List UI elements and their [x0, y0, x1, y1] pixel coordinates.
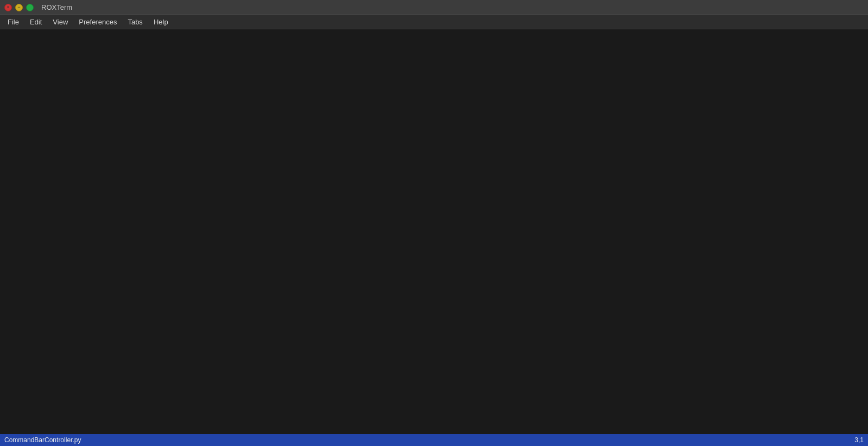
status-filename: CommandBarController.py — [4, 436, 81, 444]
close-button[interactable]: × — [4, 4, 12, 11]
menu-view[interactable]: View — [47, 17, 73, 27]
status-position: 3,1 — [854, 436, 864, 444]
title-bar: × − ROXTerm — [0, 0, 868, 15]
code-scroll[interactable] — [0, 29, 868, 434]
maximize-button[interactable] — [26, 4, 34, 11]
minimize-button[interactable]: − — [15, 4, 23, 11]
window-title: ROXTerm — [41, 3, 72, 11]
menu-preferences[interactable]: Preferences — [73, 17, 122, 27]
menu-file[interactable]: File — [2, 17, 24, 27]
menu-help[interactable]: Help — [148, 17, 174, 27]
line-numbers — [0, 29, 20, 434]
code-area — [0, 29, 868, 434]
menu-bar: File Edit View Preferences Tabs Help — [0, 15, 868, 29]
menu-edit[interactable]: Edit — [24, 17, 47, 27]
menu-tabs[interactable]: Tabs — [122, 17, 148, 27]
status-bar: CommandBarController.py 3,1 — [0, 434, 868, 446]
code-content[interactable] — [20, 29, 868, 434]
